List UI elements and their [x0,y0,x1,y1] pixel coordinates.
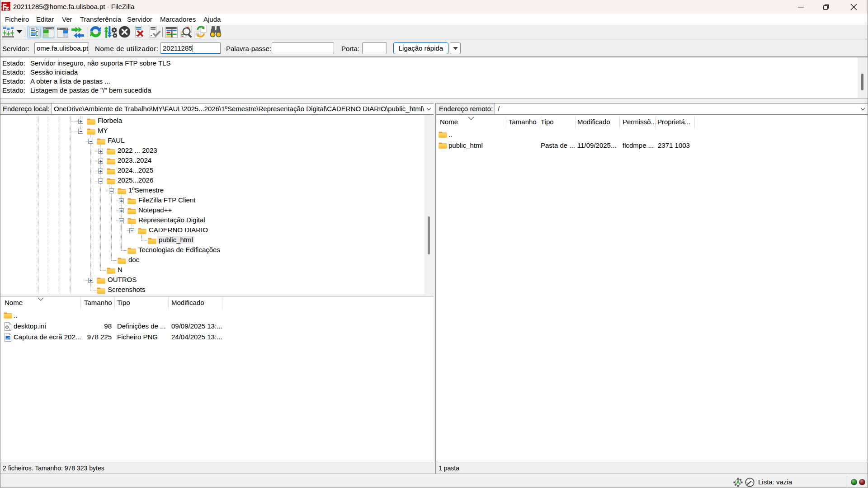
svg-text:A: A [736,479,740,486]
